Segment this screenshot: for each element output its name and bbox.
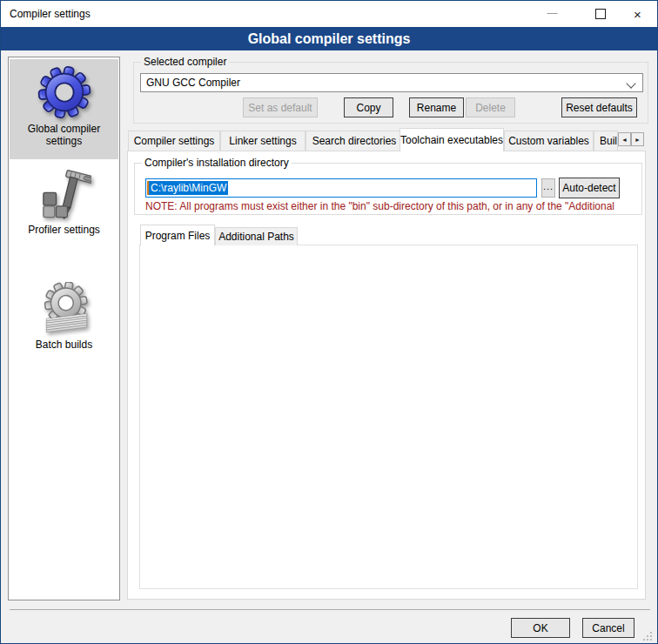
settings-sidebar: Global compiler settings Profile: [8, 57, 120, 600]
bin-subdirectory-note: NOTE: All programs must exist either in …: [145, 200, 638, 212]
rename-button[interactable]: Rename: [409, 97, 464, 117]
sidebar-label-profiler-settings: Profiler settings: [10, 224, 118, 236]
installation-directory-group-label: Compiler's installation directory: [142, 157, 292, 169]
caliper-tool-icon: [37, 167, 91, 221]
set-as-default-button[interactable]: Set as default: [243, 97, 318, 117]
scroll-left-icon: ◄: [621, 137, 628, 143]
subtab-additional-paths[interactable]: Additional Paths: [215, 227, 298, 245]
sidebar-label-batch-builds: Batch builds: [10, 339, 118, 351]
tab-compiler-settings[interactable]: Compiler settings: [128, 131, 220, 151]
installation-directory-value: C:\raylib\MinGW: [149, 181, 228, 195]
gray-gear-stack-icon: [37, 282, 91, 336]
sidebar-item-profiler-settings[interactable]: Profiler settings: [10, 164, 118, 254]
resize-grip[interactable]: [642, 631, 653, 641]
auto-detect-button[interactable]: Auto-detect: [559, 178, 620, 198]
maximize-icon: [595, 9, 606, 19]
copy-button[interactable]: Copy: [344, 97, 393, 117]
sidebar-label-global-compiler-settings: Global compiler settings: [10, 123, 118, 147]
compiler-select-value: GNU GCC Compiler: [146, 77, 240, 89]
close-button[interactable]: ×: [618, 1, 657, 27]
footer-divider: [10, 609, 650, 610]
tab-toolchain-executables[interactable]: Toolchain executables: [400, 128, 504, 151]
installation-directory-input[interactable]: C:\raylib\MinGW: [145, 178, 537, 198]
sidebar-item-global-compiler-settings[interactable]: Global compiler settings: [10, 59, 118, 159]
tab-linker-settings[interactable]: Linker settings: [220, 131, 306, 151]
maximize-button[interactable]: [581, 1, 620, 27]
ok-button[interactable]: OK: [511, 618, 570, 638]
compiler-settings-dialog: Compiler settings — × Global compiler se…: [0, 0, 658, 644]
close-icon: ×: [634, 8, 641, 21]
tab-build-clipped[interactable]: Build: [594, 131, 618, 151]
scroll-right-icon: ►: [634, 137, 641, 143]
sidebar-item-batch-builds[interactable]: Batch builds: [10, 275, 118, 366]
minimize-icon: —: [547, 7, 558, 19]
tab-scroll-left-button[interactable]: ◄: [618, 132, 631, 146]
blue-gear-icon: [37, 64, 92, 120]
program-files-page: [139, 245, 638, 589]
minimize-button[interactable]: —: [533, 1, 572, 27]
tab-search-directories[interactable]: Search directories: [306, 131, 403, 151]
cancel-button[interactable]: Cancel: [582, 618, 634, 638]
reset-defaults-button[interactable]: Reset defaults: [561, 97, 637, 117]
selected-compiler-group-label: Selected compiler: [141, 56, 229, 68]
tab-custom-variables[interactable]: Custom variables: [504, 131, 594, 151]
installation-directory-browse-button[interactable]: ...: [541, 178, 555, 198]
tab-scroll-right-button[interactable]: ►: [631, 132, 644, 146]
delete-button[interactable]: Delete: [466, 97, 515, 117]
window-title: Compiler settings: [10, 8, 91, 20]
title-bar: Compiler settings — ×: [1, 1, 657, 27]
subtab-program-files[interactable]: Program Files: [140, 225, 215, 245]
compiler-select[interactable]: GNU GCC Compiler: [140, 73, 643, 92]
chevron-down-icon: [626, 78, 635, 88]
page-title: Global compiler settings: [1, 27, 657, 50]
